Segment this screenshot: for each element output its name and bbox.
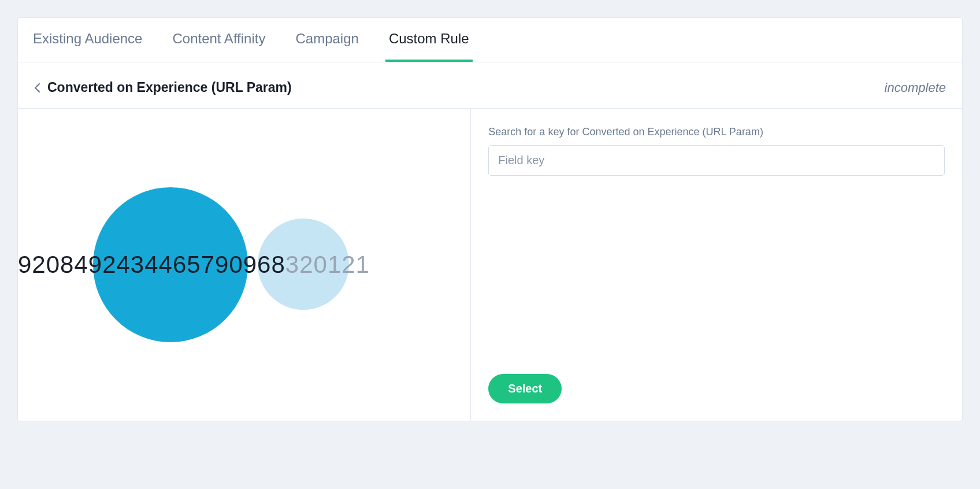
chevron-left-icon[interactable] [34,83,40,93]
tab-existing-audience[interactable]: Existing Audience [29,18,146,62]
body: 9208492434465790968320121 Search for a k… [18,109,962,421]
bubble-number-faded: 320121 [285,251,370,278]
subheader-title: Converted on Experience (URL Param) [47,80,292,95]
tab-content-affinity[interactable]: Content Affinity [169,18,269,62]
left-panel: 9208492434465790968320121 [18,109,471,421]
bubble-number-dark: 9208492434465790968 [18,251,285,278]
search-label: Search for a key for Converted on Experi… [488,126,945,138]
tab-custom-rule[interactable]: Custom Rule [385,18,473,62]
subheader-left: Converted on Experience (URL Param) [34,80,292,95]
bubble-chart: 9208492434465790968320121 [18,178,470,351]
tab-campaign[interactable]: Campaign [292,18,362,62]
field-key-input[interactable] [488,145,945,176]
tabs-bar: Existing Audience Content Affinity Campa… [18,18,962,62]
bubble-number-string: 9208492434465790968320121 [18,251,370,279]
status-text: incomplete [885,80,946,95]
main-card: Existing Audience Content Affinity Campa… [17,17,963,421]
subheader: Converted on Experience (URL Param) inco… [18,67,962,109]
select-button[interactable]: Select [488,374,562,403]
right-panel: Search for a key for Converted on Experi… [471,109,962,421]
